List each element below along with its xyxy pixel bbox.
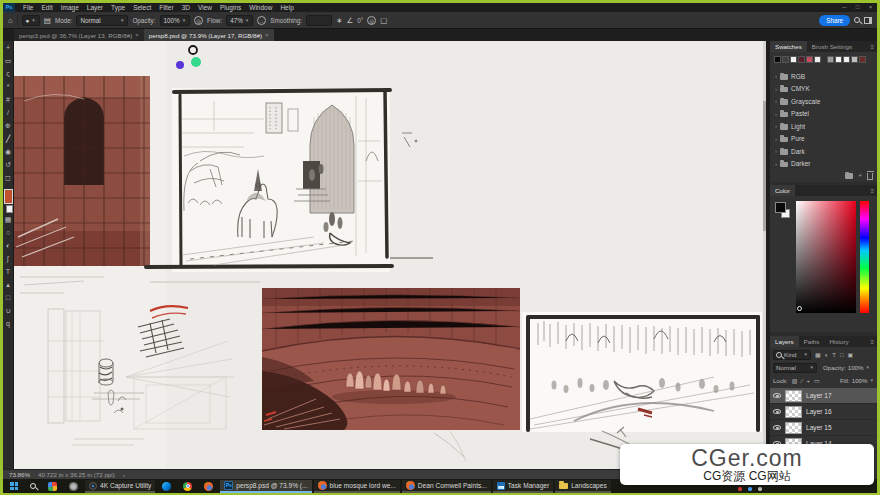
home-icon[interactable]: ⌂ bbox=[8, 16, 13, 25]
firefox-app-button[interactable] bbox=[199, 479, 218, 493]
tab-layers[interactable]: Layers bbox=[770, 336, 799, 347]
menu-type[interactable]: Type bbox=[107, 3, 129, 12]
filter-pixel-icon[interactable]: ▦ bbox=[815, 351, 821, 358]
menu-view[interactable]: View bbox=[194, 3, 216, 12]
menu-file[interactable]: File bbox=[19, 3, 37, 12]
swatch-chip[interactable] bbox=[814, 56, 821, 63]
menu-select[interactable]: Select bbox=[129, 3, 155, 12]
lock-position-icon[interactable]: + bbox=[806, 378, 810, 384]
history-brush-tool[interactable]: ↺ bbox=[3, 158, 14, 171]
menu-window[interactable]: Window bbox=[245, 3, 276, 12]
filter-type-icon[interactable]: T bbox=[832, 352, 836, 358]
blur-tool[interactable]: ○ bbox=[3, 226, 14, 239]
saturation-brightness-picker[interactable] bbox=[796, 201, 856, 313]
blend-mode-select[interactable]: Normal ▼ bbox=[76, 15, 128, 26]
shape-tool[interactable]: □ bbox=[3, 291, 14, 304]
new-group-icon[interactable] bbox=[845, 173, 853, 179]
magic-wand-tool[interactable]: * bbox=[3, 80, 14, 93]
filter-adjustment-icon[interactable]: ◐ bbox=[825, 352, 829, 358]
share-button[interactable]: Share bbox=[819, 15, 850, 26]
taskbar-item-capture-utility[interactable]: 4K Capture Utility bbox=[85, 480, 155, 493]
menu-plugins[interactable]: Plugins bbox=[216, 3, 245, 12]
settings-app-button[interactable] bbox=[64, 479, 83, 493]
move-tool[interactable]: + bbox=[3, 41, 14, 54]
swatch-group-dark[interactable]: ›Dark bbox=[770, 145, 877, 158]
maximize-icon[interactable]: □ bbox=[851, 3, 864, 12]
swatch-chip[interactable] bbox=[774, 56, 781, 63]
swatch-group-darker[interactable]: ›Darker bbox=[770, 158, 877, 171]
brush-preset-picker[interactable]: ● ▼ bbox=[22, 15, 40, 26]
tab-close-icon[interactable]: × bbox=[265, 32, 269, 38]
foreground-color-well[interactable] bbox=[4, 189, 13, 204]
zoom-level-field[interactable]: 73.86% bbox=[9, 471, 30, 478]
type-tool[interactable]: T bbox=[3, 265, 14, 278]
brush-tool[interactable]: ╱ bbox=[3, 132, 14, 145]
visibility-eye-icon[interactable] bbox=[773, 393, 781, 398]
gradient-tool[interactable]: ▦ bbox=[3, 213, 14, 226]
visibility-eye-icon[interactable] bbox=[773, 409, 781, 414]
tray-icon-dot[interactable] bbox=[758, 487, 762, 491]
menu-image[interactable]: Image bbox=[57, 3, 83, 12]
dodge-tool[interactable]: ◐ bbox=[3, 239, 14, 252]
document-tab-persp8[interactable]: persp8.psd @ 73.9% (Layer 17, RGB/8#) × bbox=[144, 29, 274, 41]
photos-app-button[interactable] bbox=[43, 479, 62, 493]
airbrush-icon[interactable]: ∴ bbox=[257, 16, 266, 25]
tab-color[interactable]: Color bbox=[770, 185, 795, 196]
lasso-tool[interactable]: ς bbox=[3, 67, 14, 80]
layer-thumbnail[interactable] bbox=[785, 406, 802, 418]
panel-menu-icon[interactable]: ≡ bbox=[870, 339, 877, 345]
swatch-group-grayscale[interactable]: ›Grayscale bbox=[770, 95, 877, 108]
status-expander-icon[interactable]: › bbox=[123, 471, 125, 478]
marquee-tool[interactable]: ▭ bbox=[3, 54, 14, 67]
swatch-group-rgb[interactable]: ›RGB bbox=[770, 70, 877, 83]
swatch-chip[interactable] bbox=[851, 56, 858, 63]
eraser-tool[interactable]: ◻ bbox=[3, 171, 14, 184]
tab-swatches[interactable]: Swatches bbox=[770, 41, 807, 52]
panel-menu-icon[interactable]: ≡ bbox=[870, 44, 877, 50]
symmetry-icon[interactable]: ▢ bbox=[380, 16, 387, 25]
brush-panel-toggle-icon[interactable]: ▤ bbox=[44, 16, 51, 25]
swatch-chip[interactable] bbox=[835, 56, 842, 63]
path-select-tool[interactable]: ▴ bbox=[3, 278, 14, 291]
swatch-chip[interactable] bbox=[806, 56, 813, 63]
minimize-icon[interactable]: ─ bbox=[838, 3, 851, 12]
swatch-group-pure[interactable]: ›Pure bbox=[770, 133, 877, 146]
tab-paths[interactable]: Paths bbox=[799, 336, 825, 347]
layer-blend-mode-select[interactable]: Normal ▼ bbox=[773, 363, 817, 373]
hue-slider[interactable] bbox=[860, 201, 869, 313]
color-picker-marker[interactable] bbox=[797, 306, 802, 311]
tab-brush-settings[interactable]: Brush Settings bbox=[807, 41, 857, 52]
menu-edit[interactable]: Edit bbox=[37, 3, 56, 12]
trash-icon[interactable] bbox=[867, 173, 873, 180]
hand-tool[interactable]: ∪ bbox=[3, 304, 14, 317]
menu-layer[interactable]: Layer bbox=[83, 3, 107, 12]
lock-transparency-icon[interactable]: ▨ bbox=[792, 377, 798, 384]
layer-opacity-value[interactable]: 100% bbox=[848, 364, 864, 371]
swatch-group-pastel[interactable]: ›Pastel bbox=[770, 108, 877, 121]
menu-filter[interactable]: Filter bbox=[155, 3, 177, 12]
swatch-group-cmyk[interactable]: ›CMYK bbox=[770, 83, 877, 96]
swatch-chip[interactable] bbox=[843, 56, 850, 63]
panel-menu-icon[interactable]: ≡ bbox=[870, 188, 877, 194]
swatch-chip[interactable] bbox=[782, 56, 789, 63]
size-pressure-icon[interactable]: ◎ bbox=[367, 16, 376, 25]
layer-row-15[interactable]: Layer 15 bbox=[770, 420, 877, 436]
layer-thumbnail[interactable] bbox=[785, 422, 802, 434]
swatch-chip[interactable] bbox=[798, 56, 805, 63]
eyedropper-tool[interactable]: / bbox=[3, 106, 14, 119]
smoothing-field[interactable] bbox=[306, 15, 332, 26]
chrome-app-button[interactable] bbox=[178, 479, 197, 493]
taskbar-item-photoshop[interactable]: Ps persp8.psd @ 73.9% (... bbox=[220, 480, 311, 493]
tray-notification-dot[interactable] bbox=[738, 487, 742, 491]
crop-tool[interactable]: # bbox=[3, 93, 14, 106]
layer-row-16[interactable]: Layer 16 bbox=[770, 404, 877, 420]
filter-shape-icon[interactable]: □ bbox=[840, 352, 844, 358]
menu-3d[interactable]: 3D bbox=[178, 3, 194, 12]
layer-filter-kind-select[interactable]: Kind ▼ bbox=[773, 350, 811, 360]
opacity-select[interactable]: 100%▼ bbox=[160, 15, 191, 26]
clone-stamp-tool[interactable]: ◉ bbox=[3, 145, 14, 158]
taskbar-item-task-manager[interactable]: Task Manager bbox=[493, 480, 553, 493]
flow-select[interactable]: 47%▼ bbox=[226, 15, 253, 26]
swatch-chip[interactable] bbox=[790, 56, 797, 63]
taskbar-item-firefox-mosque[interactable]: blue mosque lord we... bbox=[314, 480, 400, 493]
